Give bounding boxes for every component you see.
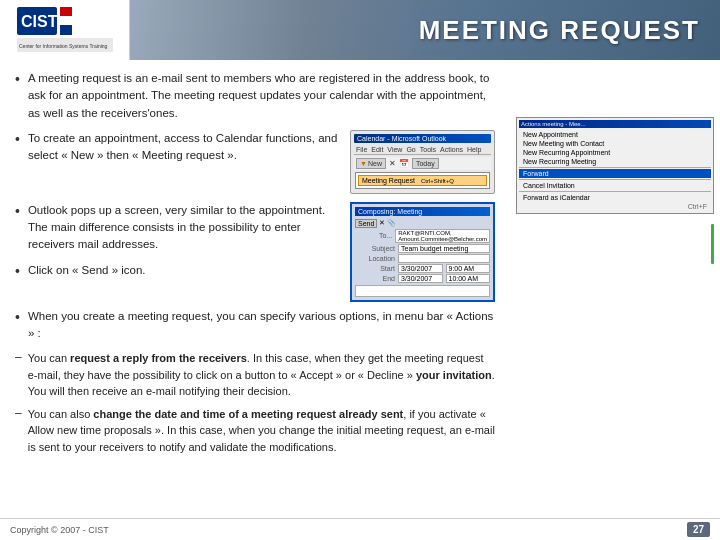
- page-title: MEETING REQUEST: [419, 15, 700, 46]
- right-column: Actions meeting - Mee... New Appointment…: [510, 60, 720, 530]
- end-field: End 3/30/2007 10:00 AM: [355, 274, 490, 283]
- screenshot-title: Calendar - Microsoft Outlook: [354, 134, 491, 143]
- actions-title: Actions meeting - Mee...: [519, 120, 711, 128]
- menu-item: New Appointment: [519, 130, 711, 139]
- form-title: Composing: Meeting: [355, 207, 490, 216]
- bullet-icon: •: [15, 71, 20, 122]
- bullet-text-3: Outlook pops up a screen, very similar t…: [28, 202, 342, 254]
- svg-rect-5: [60, 7, 72, 16]
- bullet-text-4: Click on « Send » icon.: [28, 262, 146, 279]
- sub-item-2: – You can also change the date and time …: [15, 406, 495, 456]
- screenshot-toolbar: ▼ New ✕ 📅 Today: [354, 157, 491, 170]
- screenshot-menubar: File Edit View Go Tools Actions Help: [354, 145, 491, 155]
- bullet-icon: •: [15, 263, 20, 279]
- list-item: • When you create a meeting request, you…: [15, 308, 495, 343]
- dropdown-menu: Meeting Request Ctrl+Shift+Q: [355, 172, 490, 189]
- menu-item: New Meeting with Contact: [519, 139, 711, 148]
- bullet-text-2: To create an appointment, access to Cale…: [28, 130, 342, 165]
- calendar-screenshot: Calendar - Microsoft Outlook File Edit V…: [350, 130, 495, 194]
- subject-field: Subject Team budget meeting: [355, 244, 490, 253]
- to-field: To... RAKT@RNTI.COM, Amount.Commitee@Bel…: [355, 229, 490, 243]
- menu-item: Forward as iCalendar: [519, 193, 711, 202]
- sub-list: – You can request a reply from the recei…: [15, 350, 495, 455]
- svg-rect-7: [60, 25, 72, 35]
- header: CIST Center for Information Systems Trai…: [0, 0, 720, 60]
- svg-text:Center for Information Systems: Center for Information Systems Training: [19, 43, 108, 49]
- menu-item: Ctrl+F: [519, 202, 711, 211]
- footer: Copyright © 2007 - CIST 27: [0, 518, 720, 540]
- spacer: [516, 66, 714, 111]
- bullet-icon: •: [15, 131, 20, 165]
- form-toolbar: Send ✕ 📎: [355, 219, 490, 228]
- bullet-text-1: A meeting request is an e-mail sent to m…: [28, 70, 495, 122]
- form-body: [355, 285, 490, 297]
- list-item: • Outlook pops up a screen, very similar…: [15, 202, 342, 254]
- menu-item-active: Forward: [519, 169, 711, 178]
- menu-item: New Recurring Appointment: [519, 148, 711, 157]
- actions-menu-screenshot: Actions meeting - Mee... New Appointment…: [516, 117, 714, 214]
- menu-item: Cancel Invitation: [519, 181, 711, 190]
- location-field: Location: [355, 254, 490, 263]
- list-item: • Click on « Send » icon.: [15, 262, 342, 279]
- page-number: 27: [687, 522, 710, 537]
- bullet-text-5: When you create a meeting request, you c…: [28, 308, 495, 343]
- meeting-request-item: Meeting Request Ctrl+Shift+Q: [358, 175, 487, 186]
- list-item: • A meeting request is an e-mail sent to…: [15, 70, 495, 122]
- today-button: Today: [412, 158, 439, 169]
- left-column: • A meeting request is an e-mail sent to…: [0, 60, 510, 530]
- start-field: Start 3/30/2007 9:00 AM: [355, 264, 490, 273]
- svg-rect-6: [60, 16, 72, 25]
- sub-item-1: – You can request a reply from the recei…: [15, 350, 495, 400]
- header-title-area: MEETING REQUEST: [130, 0, 720, 60]
- list-item: • To create an appointment, access to Ca…: [15, 130, 342, 165]
- new-button: ▼ New: [356, 158, 386, 169]
- progress-indicator: [711, 224, 714, 264]
- logo-area: CIST Center for Information Systems Trai…: [0, 0, 130, 60]
- main-content: • A meeting request is an e-mail sent to…: [0, 60, 720, 530]
- copyright-text: Copyright © 2007 - CIST: [10, 525, 109, 535]
- meeting-form-screenshot: Composing: Meeting Send ✕ 📎 To... RAKT@R…: [350, 202, 495, 302]
- bullet-icon: •: [15, 203, 20, 254]
- menu-item: New Recurring Meeting: [519, 157, 711, 166]
- svg-text:CIST: CIST: [21, 13, 58, 30]
- bullet-icon: •: [15, 309, 20, 343]
- logo-icon: CIST Center for Information Systems Trai…: [15, 5, 115, 55]
